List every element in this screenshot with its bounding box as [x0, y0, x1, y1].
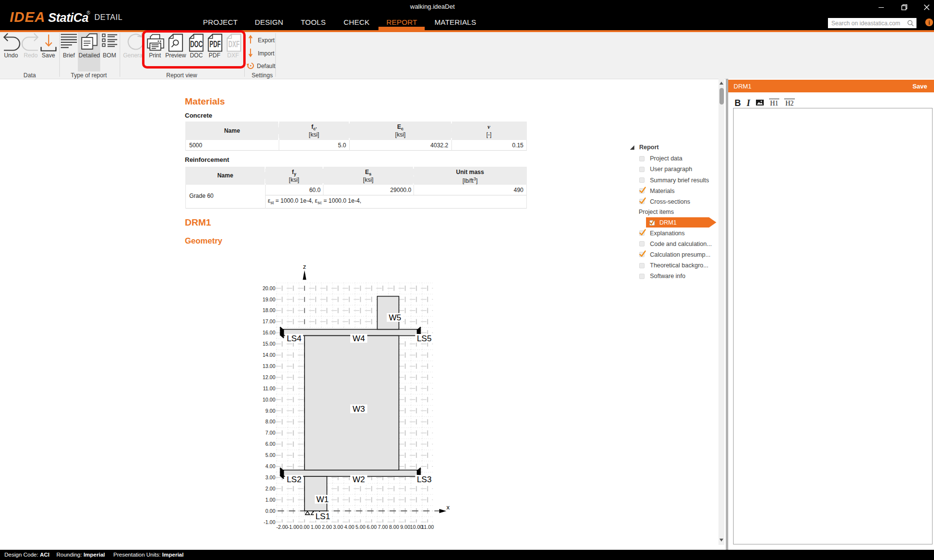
svg-text:W3: W3 [353, 404, 365, 414]
svg-text:13.00: 13.00 [263, 363, 275, 369]
svg-text:15.00: 15.00 [263, 341, 275, 347]
svg-text:6.00: 6.00 [367, 524, 377, 530]
svg-text:9.00: 9.00 [266, 408, 276, 414]
svg-text:LS1: LS1 [315, 512, 330, 521]
svg-text:2.00: 2.00 [322, 524, 332, 530]
svg-text:LS3: LS3 [417, 475, 431, 484]
svg-text:-1.00: -1.00 [287, 524, 299, 530]
svg-text:9.00: 9.00 [400, 524, 411, 530]
svg-text:0.00: 0.00 [300, 524, 310, 530]
svg-text:19.00: 19.00 [263, 297, 275, 302]
svg-text:11.00: 11.00 [421, 524, 434, 530]
svg-text:20.00: 20.00 [263, 285, 275, 291]
svg-text:-1.00: -1.00 [264, 519, 275, 525]
svg-text:0.00: 0.00 [266, 508, 276, 514]
svg-text:7.00: 7.00 [266, 430, 276, 436]
svg-text:W2: W2 [353, 475, 365, 484]
svg-text:2.00: 2.00 [266, 486, 276, 491]
svg-text:1.00: 1.00 [266, 497, 276, 503]
svg-text:11.00: 11.00 [263, 385, 276, 391]
svg-text:W1: W1 [316, 495, 329, 504]
svg-text:z: z [303, 264, 306, 270]
svg-text:x: x [447, 504, 450, 511]
svg-text:7.00: 7.00 [378, 524, 388, 530]
svg-text:12.00: 12.00 [263, 374, 275, 380]
svg-text:1.00: 1.00 [311, 524, 321, 530]
svg-text:16.00: 16.00 [263, 330, 275, 335]
svg-text:W4: W4 [353, 334, 365, 343]
svg-text:5.00: 5.00 [356, 524, 366, 530]
svg-text:10.00: 10.00 [263, 397, 275, 402]
svg-text:18.00: 18.00 [263, 307, 275, 313]
svg-text:3.00: 3.00 [333, 524, 343, 530]
svg-text:4.00: 4.00 [344, 524, 355, 530]
svg-text:14.00: 14.00 [263, 352, 275, 358]
svg-text:8.00: 8.00 [389, 524, 399, 530]
svg-text:LS2: LS2 [287, 475, 301, 484]
svg-text:5.00: 5.00 [266, 452, 276, 458]
svg-text:6.00: 6.00 [266, 441, 276, 447]
svg-text:-2.00: -2.00 [276, 524, 288, 530]
svg-text:8.00: 8.00 [266, 419, 276, 424]
svg-text:17.00: 17.00 [263, 318, 275, 324]
svg-text:LS4: LS4 [287, 334, 301, 343]
svg-text:4.00: 4.00 [266, 463, 276, 469]
svg-text:3.00: 3.00 [266, 474, 276, 480]
svg-text:W5: W5 [389, 313, 401, 322]
svg-text:LS5: LS5 [417, 334, 431, 343]
